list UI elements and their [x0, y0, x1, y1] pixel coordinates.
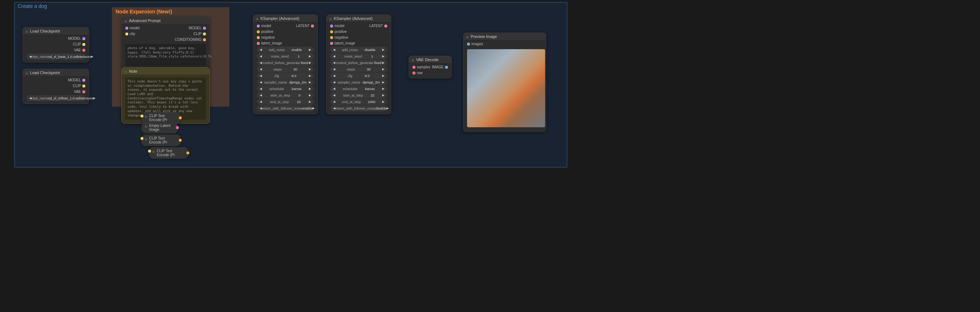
- ksampler1-widget-start_at_step[interactable]: ◀start_at_step0▶: [257, 92, 314, 98]
- out-image[interactable]: IMAGE: [432, 65, 448, 70]
- ksampler1-widget-add_noise[interactable]: ◀add_noiseenable▶: [257, 46, 314, 53]
- in-latent-image[interactable]: latent_image: [330, 41, 355, 46]
- node-clip-text-encode-2[interactable]: CLIP Text Encode (Pr: [142, 134, 181, 146]
- preview-output-image: [467, 49, 545, 127]
- out-latent[interactable]: LATENT: [296, 24, 314, 29]
- node-load-checkpoint-2[interactable]: Load Checkpoint MODEL CLIP VAE ◀ckpt_nam…: [22, 69, 89, 104]
- node-title: Note: [122, 67, 210, 75]
- ksampler1-widget-return_with_leftover_noise[interactable]: ◀return_with_leftover_noiseenable▶: [257, 105, 314, 111]
- in-model[interactable]: model: [257, 24, 271, 29]
- in-model[interactable]: model: [125, 26, 140, 31]
- node-preview-image[interactable]: Preview Image images: [463, 32, 546, 132]
- out-clip[interactable]: CLIP: [73, 83, 85, 89]
- ksampler1-widget-control_before_generate[interactable]: ◀control_before_generatefixed▶: [257, 60, 314, 66]
- ksampler1-widget-end_at_step[interactable]: ◀end_at_step22▶: [257, 99, 314, 105]
- out-vae[interactable]: VAE: [74, 89, 85, 94]
- node-title: Load Checkpoint: [23, 27, 89, 35]
- node-title: KSampler (Advanced): [326, 15, 391, 22]
- ksampler2-widget-sampler_name[interactable]: ◀sampler_namedpmpp_2m▶: [330, 79, 387, 85]
- in-latent-image[interactable]: latent_image: [257, 41, 282, 46]
- in-negative[interactable]: negative: [257, 35, 275, 40]
- in-images[interactable]: images: [467, 42, 483, 46]
- ksampler2-widget-return_with_leftover_noise[interactable]: ◀return_with_leftover_noisedisable▶: [330, 105, 387, 111]
- in-clip[interactable]: clip: [125, 32, 135, 37]
- node-title: Preview Image: [463, 33, 546, 40]
- out-model[interactable]: MODEL: [189, 26, 206, 31]
- node-title: VAE Decode: [409, 56, 452, 64]
- in-samples[interactable]: samples: [412, 65, 430, 70]
- in-negative[interactable]: negative: [330, 35, 348, 40]
- node-empty-latent-image[interactable]: Empty Latent Image: [142, 122, 178, 133]
- ksampler2-widget-cfg[interactable]: ◀cfg8.0▶: [330, 73, 387, 79]
- node-title: Load Checkpoint: [23, 69, 89, 77]
- node-ksampler-2[interactable]: KSampler (Advanced) modelLATENT positive…: [326, 14, 391, 114]
- ksampler2-widget-end_at_step[interactable]: ◀end_at_step1000▶: [330, 99, 387, 105]
- ksampler2-widget-start_at_step[interactable]: ◀start_at_step22▶: [330, 92, 387, 98]
- node-title: Advanced Prompt: [122, 17, 210, 25]
- prompt-text[interactable]: photo of a dog, adorable, good boy, happ…: [125, 44, 206, 66]
- in-positive[interactable]: positive: [257, 29, 274, 34]
- node-load-checkpoint-1[interactable]: Load Checkpoint MODEL CLIP VAE ◀ckpt_nam…: [22, 27, 89, 62]
- ksampler2-widget-add_noise[interactable]: ◀add_noisedisable▶: [330, 46, 387, 53]
- ksampler2-widget-noise_seed[interactable]: ◀noise_seed1▶: [330, 53, 387, 59]
- ksampler2-widget-scheduler[interactable]: ◀schedulerkarras▶: [330, 86, 387, 92]
- group-title: Node Expansion (New!): [112, 7, 229, 16]
- ksampler1-widget-cfg[interactable]: ◀cfg8.0▶: [257, 73, 314, 79]
- node-vae-decode[interactable]: VAE Decode samplesIMAGE vae: [409, 56, 452, 78]
- out-model[interactable]: MODEL: [68, 36, 85, 41]
- out-latent[interactable]: LATENT: [369, 24, 387, 29]
- out-clip[interactable]: CLIP: [73, 42, 85, 47]
- ckpt-name-widget[interactable]: ◀ckpt_namesd_xl_base_1.0.safetensors▶: [26, 53, 85, 60]
- out-conditioning[interactable]: CONDITIONING: [175, 37, 206, 42]
- node-clip-text-encode-3[interactable]: CLIP Text Encode (Pr: [149, 147, 188, 159]
- in-vae[interactable]: vae: [412, 70, 423, 75]
- ksampler1-widget-scheduler[interactable]: ◀schedulerkarras▶: [257, 86, 314, 92]
- ckpt-name-widget[interactable]: ◀ckpt_namesd_xl_refiner_1.0.safetensors▶: [26, 95, 85, 101]
- ksampler1-widget-steps[interactable]: ◀steps30▶: [257, 66, 314, 72]
- ksampler2-widget-steps[interactable]: ◀steps30▶: [330, 66, 387, 72]
- node-title: KSampler (Advanced): [253, 15, 318, 22]
- out-model[interactable]: MODEL: [68, 78, 85, 83]
- in-model[interactable]: model: [330, 24, 344, 29]
- out-vae[interactable]: VAE: [74, 48, 85, 53]
- out-clip[interactable]: CLIP: [194, 32, 206, 37]
- ksampler1-widget-noise_seed[interactable]: ◀noise_seed1▶: [257, 53, 314, 59]
- in-positive[interactable]: positive: [330, 29, 347, 34]
- canvas-title: Create a dog: [15, 3, 567, 10]
- node-advanced-prompt[interactable]: Advanced Prompt modelMODEL clipCLIP COND…: [121, 17, 210, 70]
- ksampler1-widget-sampler_name[interactable]: ◀sampler_namedpmpp_2m▶: [257, 79, 314, 85]
- node-ksampler-1[interactable]: KSampler (Advanced) modelLATENT positive…: [253, 14, 318, 114]
- ksampler2-widget-control_before_generate[interactable]: ◀control_before_generatefixed▶: [330, 60, 387, 66]
